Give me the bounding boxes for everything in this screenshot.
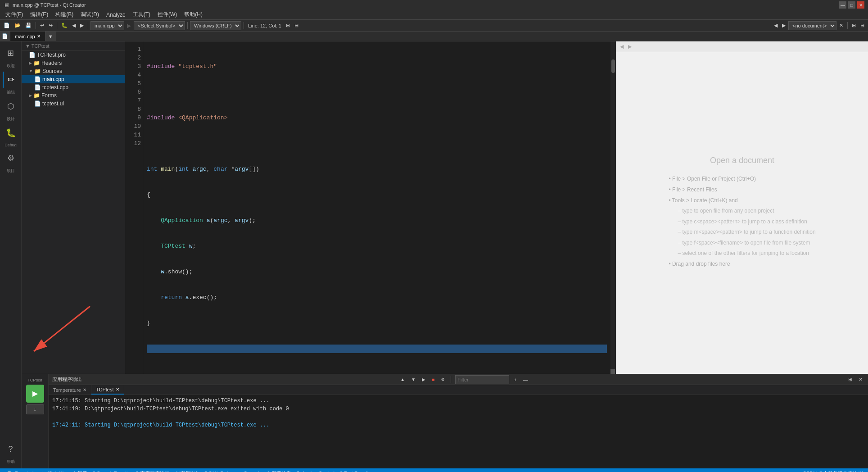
menu-debug[interactable]: 调试(D) (77, 10, 103, 19)
toolbar-next-doc[interactable]: ▶ (780, 22, 787, 29)
toolbar-prev-doc[interactable]: ◀ (772, 22, 779, 29)
status-compile-output[interactable]: 4 编译输出 (175, 470, 199, 472)
status-locate-input-container[interactable]: 🔍 Type to locate (Ctrl+K) (4, 471, 68, 472)
sidebar-btn-welcome[interactable]: ⊞ (3, 45, 19, 61)
code-line-5: int main(int argc, char *argv[]) (147, 165, 607, 173)
btn-filter-remove[interactable]: — (521, 376, 530, 383)
window-title: main.cpp @ TCPtest - Qt Creator (13, 2, 86, 8)
menu-analyze[interactable]: Analyze (103, 11, 129, 19)
open-doc-title: Open a document (710, 156, 774, 165)
debug-icon: 🐛 (6, 128, 16, 138)
status-summary[interactable]: 6 概要信息 (267, 470, 291, 472)
sidebar-btn-edit[interactable]: ✏ (3, 72, 19, 88)
toolbar-maximize[interactable]: ⊞ (850, 22, 858, 29)
code-line-8: TCPtest w; (147, 242, 607, 250)
toolbar-save[interactable]: 💾 (23, 22, 33, 29)
symbol-dropdown[interactable]: <Select Symbol> (134, 21, 185, 30)
btn-stop[interactable]: ■ (430, 376, 436, 383)
right-nav-back[interactable]: ◀ (618, 43, 625, 50)
btn-scroll-down[interactable]: ▼ (409, 376, 417, 383)
tree-item-headers[interactable]: ▶ 📁 Headers (22, 59, 125, 67)
tab-temperature[interactable]: Temperature ✕ (49, 385, 91, 395)
editor-scrollbar[interactable] (610, 41, 616, 374)
code-editor[interactable]: 1 2 3 4 5 6 7 8 9 10 11 12 #includ (125, 41, 616, 374)
output-line-2: 17:41:19: D:\qtproject\build-TCPtest\deb… (52, 405, 864, 413)
menu-build[interactable]: 构建(B) (52, 10, 77, 19)
hint-sub-3: – type m<space><pattern> to jump to a fu… (669, 227, 815, 237)
sidebar-btn-project[interactable]: ⚙ (3, 150, 19, 166)
btn-run-bottom[interactable]: ▶ (420, 376, 427, 383)
filter-input[interactable] (455, 375, 509, 384)
titlebar-controls: — □ ✕ (839, 1, 864, 9)
bottom-toolbar: 应用程序输出 ▲ ▼ ▶ ■ ⚙ + — ⊞ ✕ (49, 374, 868, 385)
tab-tcptest[interactable]: TCPtest ✕ (91, 385, 124, 395)
tab-tcptest-close[interactable]: ✕ (116, 387, 119, 392)
btn-scroll-up[interactable]: ▲ (398, 376, 407, 383)
menu-file[interactable]: 文件(F) (2, 10, 27, 19)
tree-item-main-cpp[interactable]: 📄 main.cpp (22, 75, 125, 83)
btn-filter-add[interactable]: + (512, 376, 518, 383)
toolbar-split[interactable]: ⊞ (284, 22, 292, 29)
sidebar-btn-design[interactable]: ⬡ (3, 98, 19, 114)
minimize-button[interactable]: — (839, 1, 846, 9)
btn-settings-bottom[interactable]: ⚙ (439, 376, 447, 383)
status-app-output[interactable]: 3 应用程序输出 (136, 470, 170, 472)
tree-item-sources[interactable]: ▼ 📁 Sources (22, 67, 125, 75)
btn-maximize-bottom[interactable]: ⊞ (846, 376, 854, 383)
tab-temperature-close[interactable]: ✕ (83, 387, 86, 392)
statusbar: 🔍 Type to locate (Ctrl+K) 1 问题 2 Search … (0, 468, 868, 472)
code-line-2 (147, 88, 607, 96)
no-document-dropdown[interactable]: <no document> (788, 21, 836, 30)
tree-item-tcptest-cpp[interactable]: 📄 tcptest.cpp (22, 83, 125, 91)
line-num-1: 1 (129, 45, 141, 54)
status-problems[interactable]: 1 问题 (73, 470, 87, 472)
toolbar-split2[interactable]: ⊟ (293, 22, 300, 29)
output-line-4: 17:42:11: Starting D:\qtproject\build-TC… (52, 421, 864, 429)
menu-help[interactable]: 帮助(H) (181, 10, 206, 19)
project-label: 项目 (7, 168, 15, 174)
code-content[interactable]: #include "tcptest.h" #include <QApplicat… (143, 41, 610, 374)
sidebar-btn-debug[interactable]: 🐛 (3, 125, 19, 141)
tree-item-tcptest-ui[interactable]: 📄 tcptest.ui (22, 100, 125, 108)
btn-minimize-bottom[interactable]: ✕ (857, 376, 864, 383)
tree-item-forms[interactable]: ▶ 📁 Forms (22, 91, 125, 100)
toolbar-close-doc[interactable]: ✕ (837, 22, 845, 29)
scrollbar-thumb[interactable] (611, 59, 615, 73)
folder-icon-headers: 📁 (33, 60, 40, 66)
tab-close-main[interactable]: ✕ (37, 34, 41, 39)
tab-main-cpp[interactable]: main.cpp ✕ (10, 32, 45, 41)
edit-label: 编辑 (7, 90, 15, 95)
code-line-6: { (147, 191, 607, 199)
search-icon: 🔍 (7, 471, 14, 472)
toolbar-debug[interactable]: 🐛 (59, 22, 69, 29)
toolbar-new[interactable]: 📄 (2, 22, 12, 29)
design-label: 设计 (7, 116, 15, 122)
tab-dropdown[interactable]: ▼ (45, 32, 56, 41)
toolbar-redo[interactable]: ↪ (47, 22, 54, 29)
line-num-5: 5 (129, 79, 141, 88)
step-button[interactable]: ↓ (26, 404, 44, 414)
close-button[interactable]: ✕ (857, 1, 864, 9)
bottom-right-panel: 应用程序输出 ▲ ▼ ▶ ■ ⚙ + — ⊞ ✕ (49, 374, 868, 468)
toolbar: 📄 📂 💾 ↩ ↪ 🐛 ◀ ▶ main.cpp ▶ <Select Symbo… (0, 20, 868, 32)
menu-controls[interactable]: 控件(W) (154, 10, 181, 19)
hint-sub-5: – select one of the other filters for ju… (669, 249, 815, 259)
line-num-11: 11 (129, 131, 141, 139)
hint-2: • File > Recent Files (669, 185, 815, 195)
file-dropdown[interactable]: main.cpp (90, 21, 124, 30)
menu-edit[interactable]: 编辑(E) (27, 10, 52, 19)
run-button[interactable] (26, 385, 44, 403)
menu-tools[interactable]: 工具(T) (129, 10, 154, 19)
bottom-content[interactable]: 17:41:15: Starting D:\qtproject\build-TC… (49, 395, 868, 468)
toolbar-nav-forward[interactable]: ▶ (78, 22, 86, 29)
line-ending-dropdown[interactable]: Windows (CRLF) (190, 21, 241, 30)
tree-item-tcptest-pro[interactable]: 📄 TCPtest.pro (22, 51, 125, 59)
toolbar-undo[interactable]: ↩ (38, 22, 46, 29)
toolbar-open[interactable]: 📂 (13, 22, 23, 29)
toolbar-nav-back[interactable]: ◀ (70, 22, 77, 29)
toolbar-minimize[interactable]: ⊟ (859, 22, 866, 29)
right-nav-forward[interactable]: ▶ (626, 43, 633, 50)
sidebar-btn-help[interactable]: ? (3, 441, 19, 457)
maximize-button[interactable]: □ (848, 1, 855, 9)
titlebar: 🖥 main.cpp @ TCPtest - Qt Creator — □ ✕ (0, 0, 868, 10)
